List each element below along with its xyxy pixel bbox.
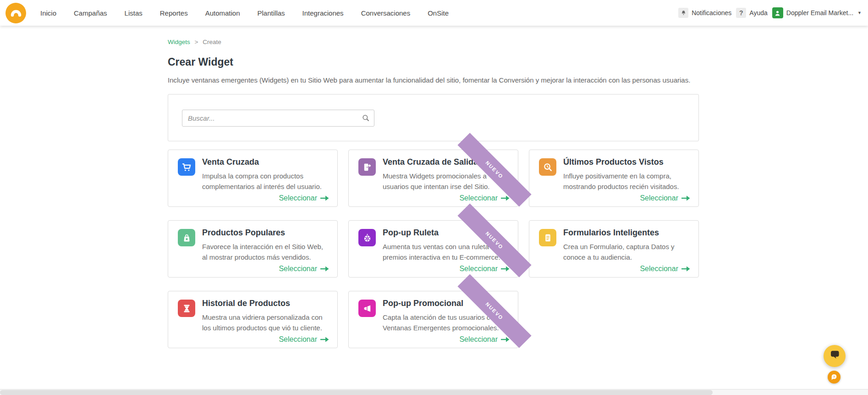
widget-card-title: Pop-up Ruleta	[383, 228, 439, 238]
notifications-label: Notificaciones	[692, 9, 731, 17]
seleccionar-label: Seleccionar	[279, 335, 317, 344]
seleccionar-label: Seleccionar	[640, 194, 678, 202]
help-label: Ayuda	[749, 9, 767, 17]
question-icon: ?	[736, 8, 746, 18]
widget-card-venta-cruzada: Venta Cruzada Impulsa la compra con prod…	[168, 150, 338, 207]
widget-card-title: Pop-up Promocional	[383, 299, 463, 308]
nav-item-automation[interactable]: Automation	[205, 9, 240, 17]
svg-text:?: ?	[833, 375, 835, 379]
form-icon	[539, 229, 556, 246]
widget-card-description: Crea un Formulario, captura Datos y cono…	[563, 241, 675, 262]
description-line: conoce a tu audiencia.	[563, 252, 675, 262]
nav-item-campanas[interactable]: Campañas	[74, 9, 107, 17]
widget-card-title: Venta Cruzada	[202, 157, 259, 167]
widget-card-popup-ruleta: Pop-up Ruleta Aumenta tus ventas con una…	[348, 220, 518, 278]
widget-card-productos-populares: Productos Populares Favorece la interacc…	[168, 220, 338, 278]
description-line: Capta la atención de tus usuarios con	[383, 312, 499, 323]
description-line: Muestra Widgets promocionales a	[383, 171, 489, 181]
nav-item-plantillas[interactable]: Plantillas	[258, 9, 285, 17]
help-chat-button[interactable]: ?	[828, 371, 841, 384]
account-menu[interactable]: Doppler Email Market... ▼	[772, 7, 862, 18]
notifications-button[interactable]: Notificaciones	[678, 8, 731, 18]
description-line: usuarios que intentan irse del Sitio.	[383, 181, 489, 192]
chat-launcher-button[interactable]	[824, 345, 846, 367]
arrow-right-icon	[681, 266, 690, 272]
search-input[interactable]	[182, 110, 374, 127]
seleccionar-link[interactable]: Seleccionar	[279, 194, 329, 202]
recently-viewed-icon	[539, 158, 556, 176]
page-title: Crear Widget	[168, 56, 233, 68]
widget-card-description: Impulsa la compra con productos compleme…	[202, 171, 322, 192]
seleccionar-label: Seleccionar	[459, 265, 498, 273]
seleccionar-link[interactable]: Seleccionar	[279, 335, 329, 344]
header-right: Notificaciones ? Ayuda Doppler Email Mar…	[678, 0, 862, 26]
seleccionar-link[interactable]: Seleccionar	[279, 265, 329, 273]
widget-card-venta-cruzada-salida: Venta Cruzada de Salida Muestra Widgets …	[348, 150, 518, 207]
page-description: Incluye ventanas emergentes (Widgets) en…	[168, 76, 690, 84]
roulette-icon	[358, 229, 376, 246]
horizontal-scrollbar[interactable]	[0, 389, 868, 395]
scrollbar-thumb[interactable]	[0, 390, 713, 395]
top-navbar: Inicio Campañas Listas Reportes Automati…	[0, 0, 868, 26]
doppler-app: Inicio Campañas Listas Reportes Automati…	[0, 0, 868, 395]
description-line: Favorece la interacción en el Sitio Web,	[202, 241, 323, 252]
bag-star-icon	[178, 229, 195, 246]
seleccionar-label: Seleccionar	[279, 194, 317, 202]
exit-door-icon	[358, 158, 376, 176]
description-line: Ventanas Emergentes promocionales.	[383, 323, 499, 333]
nav-item-integraciones[interactable]: Integraciones	[302, 9, 344, 17]
search-icon[interactable]	[362, 114, 370, 124]
nav-item-inicio[interactable]: Inicio	[40, 9, 56, 17]
widget-card-ultimos-productos: Últimos Productos Vistos Influye positiv…	[529, 150, 699, 207]
seleccionar-link[interactable]: Seleccionar	[459, 194, 510, 202]
nav-item-reportes[interactable]: Reportes	[160, 9, 188, 17]
widget-card-title: Productos Populares	[202, 228, 285, 238]
nav-item-listas[interactable]: Listas	[125, 9, 143, 17]
breadcrumb-separator: >	[195, 39, 198, 45]
arrow-right-icon	[320, 266, 329, 272]
seleccionar-link[interactable]: Seleccionar	[640, 265, 690, 273]
description-line: los ultimos productos que vió tu cliente…	[202, 323, 323, 333]
widget-card-description: Aumenta tus ventas con una ruleta de pre…	[383, 241, 500, 262]
description-line: Aumenta tus ventas con una ruleta de	[383, 241, 500, 252]
widget-card-description: Muestra una vidriera personalizada con l…	[202, 312, 323, 333]
arrow-right-icon	[320, 337, 329, 342]
widget-card-description: Influye positivamente en la compra, most…	[563, 171, 679, 192]
widget-cards-grid: Venta Cruzada Impulsa la compra con prod…	[168, 150, 699, 348]
widget-card-title: Últimos Productos Vistos	[563, 157, 664, 167]
nav-item-onsite[interactable]: OnSite	[428, 9, 449, 17]
breadcrumb-current: Create	[203, 39, 221, 45]
cart-icon	[178, 158, 195, 176]
seleccionar-label: Seleccionar	[459, 194, 498, 202]
main-nav: Inicio Campañas Listas Reportes Automati…	[40, 0, 449, 26]
arrow-right-icon	[320, 195, 329, 201]
bell-icon	[678, 8, 688, 18]
description-line: complementarios al interés del usuario.	[202, 181, 322, 192]
doppler-logo-icon[interactable]	[5, 3, 26, 23]
seleccionar-link[interactable]: Seleccionar	[459, 265, 510, 273]
nav-item-conversaciones[interactable]: Conversaciones	[361, 9, 411, 17]
widget-card-title: Historial de Productos	[202, 299, 290, 308]
description-line: al mostrar productos más vendidos.	[202, 252, 323, 262]
widget-card-title: Formularios Inteligentes	[563, 228, 659, 238]
speech-bubble-icon	[829, 350, 841, 362]
seleccionar-label: Seleccionar	[640, 265, 678, 273]
description-line: mostrando productos recién visitados.	[563, 181, 679, 192]
seleccionar-link[interactable]: Seleccionar	[640, 194, 690, 202]
arrow-right-icon	[681, 195, 690, 201]
breadcrumb-widgets-link[interactable]: Widgets	[168, 39, 190, 45]
widget-card-historial: Historial de Productos Muestra una vidri…	[168, 291, 338, 348]
seleccionar-label: Seleccionar	[459, 335, 498, 344]
seleccionar-link[interactable]: Seleccionar	[459, 335, 510, 344]
search-panel	[168, 94, 699, 141]
description-line: Muestra una vidriera personalizada con	[202, 312, 323, 323]
account-name: Doppler Email Market...	[786, 9, 853, 17]
description-line: Impulsa la compra con productos	[202, 171, 322, 181]
widget-card-description: Favorece la interacción en el Sitio Web,…	[202, 241, 323, 262]
widget-card-description: Muestra Widgets promocionales a usuarios…	[383, 171, 489, 192]
breadcrumb: Widgets > Create	[168, 39, 221, 45]
help-button[interactable]: ? Ayuda	[736, 8, 767, 18]
user-avatar-icon	[772, 7, 783, 18]
seleccionar-label: Seleccionar	[279, 265, 317, 273]
description-line: Influye positivamente en la compra,	[563, 171, 679, 181]
